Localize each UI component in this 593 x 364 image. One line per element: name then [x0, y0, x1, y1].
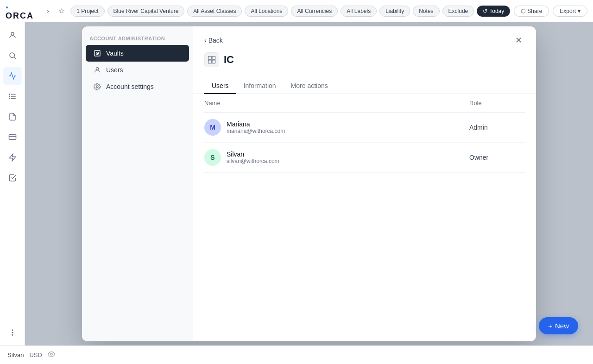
user-role: Admin: [469, 124, 525, 131]
modal-sidebar: Account administration Vaults Users: [82, 26, 193, 341]
chip-labels[interactable]: All Labels: [341, 6, 377, 17]
svg-point-13: [12, 332, 13, 333]
vault-name: IC: [224, 54, 234, 66]
sidebar-item-cards[interactable]: [3, 128, 22, 146]
svg-point-19: [96, 86, 98, 88]
sidebar-item-vaults[interactable]: Vaults: [86, 45, 189, 62]
user-email: silvan@withorca.com: [227, 158, 469, 164]
sidebar-item-stats[interactable]: [3, 67, 22, 85]
top-nav: ● ORCA › ☆ 1 Project Blue River Capital …: [0, 0, 593, 22]
tab-information[interactable]: Information: [236, 78, 284, 94]
svg-rect-21: [212, 56, 215, 60]
svg-point-1: [10, 53, 15, 58]
sidebar-item-tasks[interactable]: [3, 169, 22, 187]
users-icon: [93, 66, 101, 74]
vaults-label: Vaults: [106, 50, 124, 57]
chevron-down-icon: ▾: [578, 8, 580, 14]
svg-rect-22: [208, 60, 212, 63]
sidebar-item-users[interactable]: Users: [86, 62, 189, 78]
svg-point-0: [11, 32, 14, 35]
user-email: mariana@withorca.com: [227, 128, 469, 134]
svg-point-24: [50, 353, 52, 355]
vaults-icon: [93, 50, 101, 57]
bottom-bar: Silvan USD: [0, 345, 593, 364]
users-table: Name Role M Mariana mariana@withorca.com…: [193, 94, 536, 341]
avatar: M: [204, 119, 221, 136]
table-row: M Mariana mariana@withorca.com Admin: [204, 113, 525, 143]
chip-today[interactable]: ↺ Today: [477, 6, 510, 17]
share-icon: ⬡: [521, 8, 525, 14]
col-name-header: Name: [204, 100, 469, 107]
chip-capital[interactable]: Blue River Capital Venture: [107, 6, 185, 17]
vault-type-icon: [204, 52, 219, 67]
modal-header: ‹ Back ✕: [193, 26, 536, 47]
export-button[interactable]: Export ▾: [553, 6, 587, 17]
svg-marker-11: [9, 154, 16, 161]
svg-point-14: [12, 335, 13, 336]
svg-point-6: [9, 94, 10, 95]
sidebar-item-account-settings[interactable]: Account settings: [86, 78, 189, 95]
modal-sidebar-section-label: Account administration: [82, 36, 193, 45]
sidebar-item-files[interactable]: [3, 107, 22, 126]
bottom-user: Silvan: [7, 351, 24, 358]
content-area: Account administration Vaults Users: [25, 22, 593, 345]
back-button[interactable]: ‹ Back: [204, 37, 223, 44]
svg-point-18: [96, 68, 98, 70]
chevron-left-icon: ‹: [204, 37, 207, 44]
app-logo: ● ORCA: [6, 1, 38, 21]
account-settings-label: Account settings: [106, 83, 154, 90]
left-sidebar: [0, 22, 25, 345]
chip-liability[interactable]: Liability: [379, 6, 410, 17]
svg-point-17: [97, 53, 97, 53]
main-layout: Account administration Vaults Users: [0, 22, 593, 345]
col-role-header: Role: [469, 100, 525, 107]
svg-point-12: [12, 330, 13, 331]
app-background: ● ORCA › ☆ 1 Project Blue River Capital …: [0, 0, 593, 364]
user-name: Mariana: [227, 120, 469, 128]
sidebar-item-more[interactable]: [3, 323, 22, 342]
users-label: Users: [106, 66, 123, 74]
table-header: Name Role: [204, 94, 525, 113]
nav-actions: ⬡ Share Export ▾: [514, 6, 587, 17]
close-button[interactable]: ✕: [512, 34, 525, 47]
sidebar-item-lists[interactable]: [3, 87, 22, 106]
share-button[interactable]: ⬡ Share: [514, 6, 549, 17]
sidebar-item-events[interactable]: [3, 148, 22, 167]
svg-point-7: [9, 96, 10, 97]
plus-icon: +: [548, 322, 552, 330]
svg-rect-9: [9, 135, 16, 140]
settings-icon: [93, 83, 101, 90]
eye-icon[interactable]: [48, 351, 55, 359]
vault-title-row: IC: [193, 47, 536, 67]
chip-project[interactable]: 1 Project: [70, 6, 104, 17]
tab-more-actions[interactable]: More actions: [284, 78, 335, 94]
user-name: Silvan: [227, 151, 469, 158]
bottom-currency: USD: [29, 351, 42, 358]
modal-content: ‹ Back ✕ IC Users: [193, 26, 536, 341]
new-button[interactable]: + New: [539, 317, 578, 334]
svg-rect-20: [208, 56, 212, 60]
avatar: S: [204, 149, 221, 166]
chip-notes[interactable]: Notes: [413, 6, 439, 17]
table-row: S Silvan silvan@withorca.com Owner: [204, 143, 525, 173]
chip-asset[interactable]: All Asset Classes: [187, 6, 242, 17]
svg-rect-23: [212, 60, 215, 63]
svg-line-2: [14, 57, 15, 58]
star-button[interactable]: ☆: [57, 6, 67, 17]
user-role: Owner: [469, 154, 525, 161]
close-icon: ✕: [515, 35, 522, 45]
svg-point-8: [9, 98, 10, 99]
refresh-icon: ↺: [483, 8, 487, 14]
user-info: Silvan silvan@withorca.com: [227, 151, 469, 164]
chip-currencies[interactable]: All Currencies: [291, 6, 338, 17]
user-info: Mariana mariana@withorca.com: [227, 120, 469, 134]
nav-chips: 1 Project Blue River Capital Venture All…: [70, 6, 510, 17]
sidebar-item-investments[interactable]: [3, 26, 22, 44]
chip-locations[interactable]: All Locations: [245, 6, 288, 17]
tab-users[interactable]: Users: [204, 78, 236, 94]
modal: Account administration Vaults Users: [82, 26, 536, 341]
chip-exclude[interactable]: Exclude: [442, 6, 474, 17]
collapse-button[interactable]: ›: [43, 6, 53, 17]
modal-tabs: Users Information More actions: [193, 71, 536, 94]
sidebar-item-search[interactable]: [3, 46, 22, 65]
